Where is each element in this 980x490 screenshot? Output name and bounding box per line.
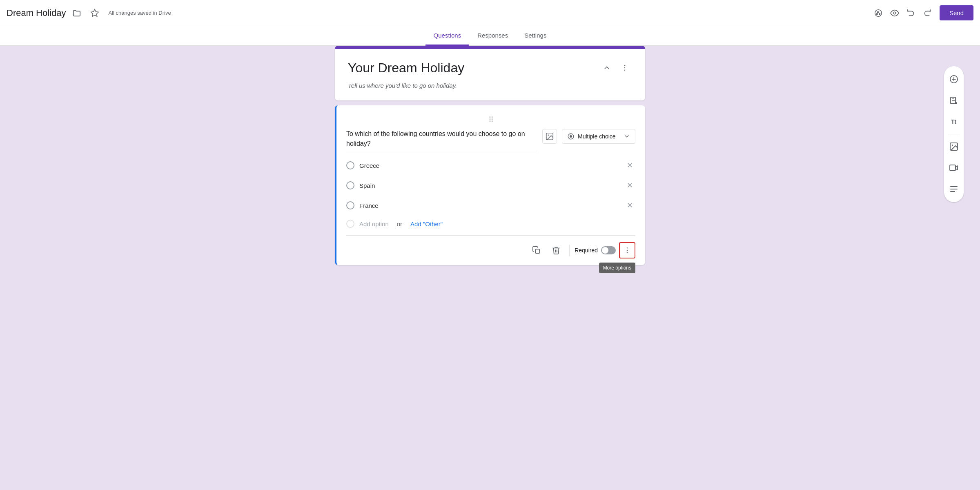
- topbar: Dream Holiday All changes saved in Drive: [0, 0, 980, 26]
- svg-point-1: [875, 9, 882, 16]
- svg-point-15: [627, 250, 628, 251]
- tabbar: Questions Responses Settings: [0, 26, 980, 46]
- svg-point-3: [878, 11, 879, 13]
- option-row: Spain ✕: [346, 176, 635, 196]
- add-option-btn[interactable]: Add option: [359, 220, 389, 227]
- add-option-row: Add option or Add "Other": [346, 216, 635, 232]
- duplicate-question-btn[interactable]: [528, 242, 545, 258]
- title-card-actions: [599, 60, 632, 75]
- star-icon-btn[interactable]: [87, 6, 102, 20]
- sidebar-add-section-btn[interactable]: [944, 179, 964, 199]
- collapse-icon: [603, 64, 611, 72]
- folder-icon: [72, 9, 81, 18]
- more-options-btn[interactable]: [619, 242, 635, 258]
- plus-circle-icon: [949, 74, 959, 84]
- palette-icon: [874, 9, 883, 18]
- form-container: Your Dream Holiday: [335, 46, 645, 490]
- sidebar-import-questions-btn[interactable]: [944, 91, 964, 110]
- image-icon: [545, 132, 554, 141]
- app-title: Dream Holiday: [7, 8, 66, 18]
- dropdown-arrow-icon: [624, 133, 630, 140]
- radio-icon: [567, 133, 575, 140]
- drag-handle[interactable]: ⠿: [346, 115, 635, 124]
- question-card: ⠿ Multiple choice: [335, 105, 645, 265]
- option-label-2: Spain: [359, 182, 619, 189]
- required-label: Required: [575, 247, 598, 254]
- option-radio-3: [346, 201, 354, 209]
- redo-icon-btn[interactable]: [920, 6, 935, 20]
- redo-icon: [923, 9, 932, 18]
- option-label-3: France: [359, 202, 619, 209]
- sidebar-add-question-btn[interactable]: [944, 69, 964, 89]
- remove-option-3-btn[interactable]: ✕: [624, 200, 635, 211]
- svg-text:Tt: Tt: [951, 118, 957, 125]
- question-text-input[interactable]: [346, 129, 537, 152]
- svg-point-10: [548, 134, 549, 136]
- tab-settings[interactable]: Settings: [516, 26, 555, 46]
- copy-icon: [532, 246, 541, 255]
- form-description: Tell us where you'd like to go on holida…: [348, 82, 632, 89]
- topbar-right: Send: [871, 5, 973, 20]
- svg-rect-13: [535, 249, 539, 253]
- remove-option-2-btn[interactable]: ✕: [624, 180, 635, 191]
- sidebar-add-image-btn[interactable]: [944, 137, 964, 156]
- svg-point-2: [876, 13, 878, 14]
- video-icon: [949, 163, 959, 173]
- option-radio-1: [346, 161, 354, 169]
- svg-point-14: [627, 247, 628, 249]
- import-icon: [949, 96, 959, 105]
- save-status: All changes saved in Drive: [109, 10, 171, 16]
- more-options-wrapper: More options: [619, 242, 635, 258]
- add-option-separator: or: [397, 220, 402, 227]
- section-icon: [949, 184, 959, 194]
- option-radio-2: [346, 181, 354, 189]
- star-icon: [90, 9, 99, 18]
- remove-option-1-btn[interactable]: ✕: [624, 160, 635, 171]
- sidebar-add-video-btn[interactable]: [944, 158, 964, 178]
- preview-icon-btn[interactable]: [887, 6, 902, 20]
- tab-responses[interactable]: Responses: [469, 26, 516, 46]
- svg-point-6: [624, 65, 626, 66]
- options-list: Greece ✕ Spain ✕ France ✕: [346, 156, 635, 232]
- more-options-tooltip: More options: [599, 263, 635, 273]
- main-content: Your Dream Holiday: [0, 46, 980, 490]
- add-other-btn[interactable]: Add "Other": [410, 220, 443, 227]
- tab-questions[interactable]: Questions: [425, 26, 470, 46]
- svg-point-16: [627, 252, 628, 254]
- title-card-header: Your Dream Holiday: [348, 60, 632, 76]
- undo-icon: [906, 9, 915, 18]
- collapse-icon-btn[interactable]: [599, 60, 614, 75]
- option-label-1: Greece: [359, 162, 619, 169]
- svg-point-5: [893, 12, 896, 14]
- question-header: Multiple choice: [346, 129, 635, 152]
- topbar-left: Dream Holiday All changes saved in Drive: [7, 6, 871, 20]
- svg-point-8: [624, 70, 626, 71]
- sidebar-divider: [948, 134, 960, 134]
- question-type-label: Multiple choice: [578, 133, 616, 140]
- sidebar-add-title-btn[interactable]: Tt: [944, 112, 964, 131]
- folder-icon-btn[interactable]: [69, 6, 84, 20]
- svg-rect-26: [950, 165, 956, 171]
- question-type-select[interactable]: Multiple choice: [562, 129, 635, 144]
- option-row: Greece ✕: [346, 156, 635, 176]
- option-row: France ✕: [346, 196, 635, 216]
- question-footer: Required More options: [346, 235, 635, 258]
- footer-divider: [569, 245, 570, 256]
- undo-icon-btn[interactable]: [904, 6, 918, 20]
- send-button[interactable]: Send: [940, 5, 973, 20]
- svg-point-7: [624, 67, 626, 69]
- more-options-title-btn[interactable]: [617, 60, 632, 75]
- title-card: Your Dream Holiday: [335, 46, 645, 100]
- trash-icon: [552, 246, 561, 255]
- svg-marker-0: [91, 9, 98, 16]
- svg-point-25: [952, 145, 953, 146]
- delete-question-btn[interactable]: [548, 242, 564, 258]
- palette-icon-btn[interactable]: [871, 6, 886, 20]
- required-toggle[interactable]: [601, 246, 616, 254]
- eye-icon: [890, 9, 899, 18]
- add-option-radio: [346, 220, 354, 228]
- kebab-icon: [621, 64, 629, 72]
- svg-point-4: [879, 13, 880, 14]
- add-image-to-question-btn[interactable]: [542, 129, 557, 144]
- right-sidebar: Tt: [944, 66, 964, 202]
